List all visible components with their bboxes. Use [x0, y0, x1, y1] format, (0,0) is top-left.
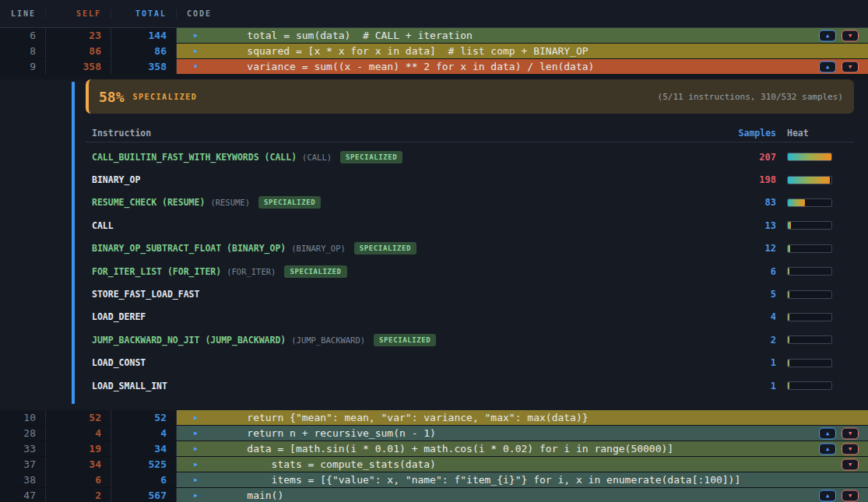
row-nav-buttons: ▲▼: [819, 443, 859, 455]
base-opcode: (BINARY_OP): [291, 244, 346, 253]
line-number: 47: [0, 488, 46, 502]
expand-icon[interactable]: ▶: [194, 462, 202, 468]
code-rows-bottom: 105252▶ return {"mean": mean, "var": var…: [0, 410, 868, 502]
row-nav-buttons: ▲▼: [819, 427, 859, 439]
col-header-line: LINE: [0, 9, 46, 18]
code-row: 331934▶ data = [math.sin(i * 0.01) + mat…: [0, 441, 868, 457]
code-row: 3866▶ items = [{"value": x, "name": f"it…: [0, 472, 868, 488]
code-line[interactable]: ▶ items = [{"value": x, "name": f"item_{…: [177, 472, 868, 487]
jump-down-button[interactable]: ▼: [842, 458, 859, 470]
instruction-row: STORE_FAST_LOAD_FAST5: [86, 283, 854, 305]
line-number: 10: [0, 410, 46, 425]
jump-up-button[interactable]: ▲: [819, 61, 836, 72]
specialized-badge: SPECIALIZED: [258, 196, 321, 209]
heat-bar-cell: [787, 221, 854, 230]
heat-bar-track: [787, 290, 832, 299]
specialization-banner: 58% SPECIALIZED (5/11 instructions, 310/…: [86, 79, 854, 114]
instruction-row: FOR_ITER_LIST (FOR_ITER)(FOR_ITER)SPECIA…: [86, 260, 854, 283]
code-line[interactable]: ▶ data = [math.sin(i * 0.01) + math.cos(…: [177, 441, 868, 456]
code-text: total = sum(data) # CALL + iteration: [223, 30, 473, 41]
code-line[interactable]: ▼ variance = sum((x - mean) ** 2 for x i…: [177, 59, 868, 74]
code-line[interactable]: ▶ return {"mean": mean, "var": variance,…: [177, 410, 868, 425]
instruction-rows: CALL_BUILTIN_FAST_WITH_KEYWORDS (CALL)(C…: [86, 142, 854, 397]
instruction-name: BINARY_OP: [92, 174, 140, 185]
expand-icon[interactable]: ▶: [194, 493, 202, 499]
self-samples: 6: [46, 472, 111, 487]
heat-bar-cell: [787, 313, 854, 321]
profiler-view: LINE SELF TOTAL CODE 623144▶ total = sum…: [0, 0, 868, 502]
jump-up-button[interactable]: ▲: [819, 427, 836, 439]
code-rows-top: 623144▶ total = sum(data) # CALL + itera…: [0, 28, 868, 75]
expand-icon[interactable]: ▶: [194, 33, 202, 39]
total-samples: 52: [111, 410, 177, 425]
self-samples: 4: [46, 426, 111, 441]
code-line[interactable]: ▶ squared = [x * x for x in data] # list…: [177, 44, 868, 58]
heat-bar-track: [787, 359, 832, 367]
banner-details: (5/11 instructions, 310/532 samples): [658, 92, 843, 102]
expand-icon[interactable]: ▶: [194, 48, 202, 54]
jump-down-button[interactable]: ▼: [842, 61, 859, 72]
heat-bar-fill: [788, 268, 789, 275]
jump-down-button[interactable]: ▼: [842, 443, 859, 455]
jump-down-button[interactable]: ▼: [842, 427, 859, 439]
collapse-icon[interactable]: ▼: [194, 64, 202, 70]
expand-icon[interactable]: ▶: [194, 477, 202, 483]
code-text: return {"mean": mean, "var": variance, "…: [223, 412, 589, 423]
code-line[interactable]: ▶ total = sum(data) # CALL + iteration▲▼: [177, 28, 868, 43]
code-line[interactable]: ▶ stats = compute_stats(data)▼: [177, 457, 868, 472]
heat-bar-fill: [788, 382, 789, 389]
instruction-name: RESUME_CHECK (RESUME): [92, 197, 205, 208]
instruction-row: CALL_BUILTIN_FAST_WITH_KEYWORDS (CALL)(C…: [86, 146, 854, 168]
jump-up-button[interactable]: ▲: [819, 443, 836, 455]
heat-bar-fill: [788, 245, 790, 252]
total-samples: 358: [111, 59, 177, 74]
base-opcode: (RESUME): [210, 198, 250, 207]
heat-bar-cell: [787, 290, 854, 299]
base-opcode: (FOR_ITER): [227, 267, 276, 276]
heat-bar-track: [787, 335, 832, 344]
heat-bar-fill: [788, 314, 789, 321]
line-detail-panel: 58% SPECIALIZED (5/11 instructions, 310/…: [0, 79, 868, 410]
total-samples: 6: [111, 472, 177, 487]
heat-bar-fill: [788, 336, 789, 343]
instruction-name: JUMP_BACKWARD_NO_JIT (JUMP_BACKWARD): [92, 335, 286, 346]
self-samples: 2: [46, 488, 111, 502]
expand-icon[interactable]: ▶: [194, 430, 202, 437]
row-nav-buttons: ▲▼: [819, 61, 859, 72]
line-number: 9: [0, 59, 46, 74]
jump-up-button[interactable]: ▲: [819, 30, 836, 41]
self-samples: 86: [46, 44, 111, 58]
code-line[interactable]: ▶ main()▲▼: [177, 488, 868, 502]
instruction-name: STORE_FAST_LOAD_FAST: [92, 289, 199, 300]
jump-down-button[interactable]: ▼: [842, 30, 859, 41]
table-header: LINE SELF TOTAL CODE: [0, 0, 868, 28]
col-header-heat: Heat: [787, 128, 854, 139]
instruction-name-cell: CALL: [86, 220, 722, 231]
code-line[interactable]: ▶ return n + recursive_sum(n - 1)▲▼: [177, 426, 868, 441]
expand-icon[interactable]: ▶: [194, 415, 202, 421]
jump-up-button[interactable]: ▲: [819, 490, 836, 501]
heat-bar-track: [787, 313, 832, 321]
instruction-row: LOAD_SMALL_INT1: [86, 374, 854, 397]
self-samples: 23: [46, 28, 111, 43]
line-number: 37: [0, 457, 46, 472]
sample-count: 207: [722, 152, 776, 163]
code-text: main(): [223, 490, 283, 501]
instruction-row: RESUME_CHECK (RESUME)(RESUME)SPECIALIZED…: [86, 191, 854, 214]
sample-count: 5: [722, 289, 776, 300]
instruction-name-cell: LOAD_DEREF: [86, 311, 722, 322]
jump-down-button[interactable]: ▼: [842, 490, 859, 501]
code-row: 2844▶ return n + recursive_sum(n - 1)▲▼: [0, 426, 868, 441]
panel-accent-bar: [72, 82, 75, 404]
col-header-instruction: Instruction: [86, 128, 722, 139]
total-samples: 4: [111, 426, 177, 441]
code-text: return n + recursive_sum(n - 1): [223, 427, 436, 439]
expand-icon[interactable]: ▶: [194, 446, 202, 452]
total-samples: 34: [111, 441, 177, 456]
instruction-name-cell: BINARY_OP: [86, 174, 722, 185]
heat-bar-cell: [787, 176, 854, 184]
heat-bar-cell: [787, 153, 854, 161]
sample-count: 4: [722, 311, 776, 322]
instruction-table: Instruction Samples Heat CALL_BUILTIN_FA…: [86, 124, 854, 397]
total-samples: 567: [111, 488, 177, 502]
